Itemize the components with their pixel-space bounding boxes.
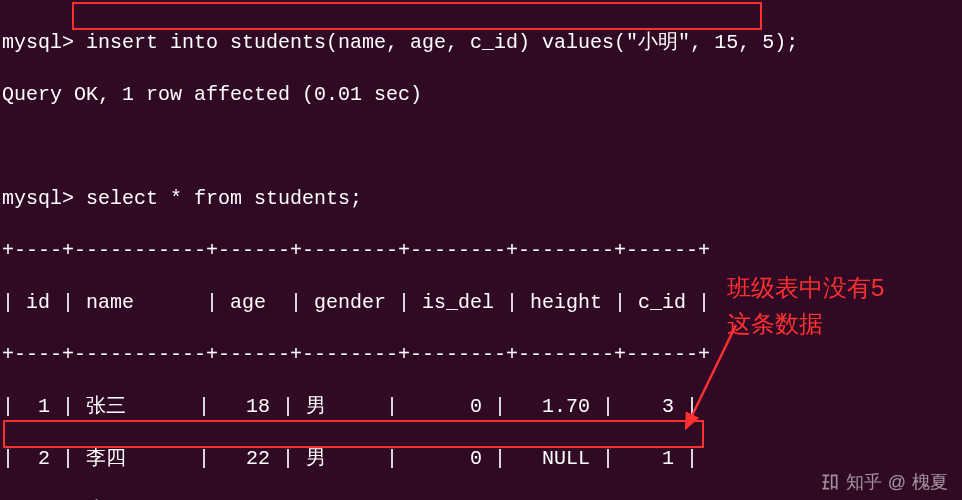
table-row: | 2 | 李四 | 22 | 男 | 0 | NULL | 1 | bbox=[2, 446, 960, 472]
mysql-prompt[interactable]: mysql> bbox=[2, 31, 74, 54]
insert-command: insert into students(name, age, c_id) va… bbox=[86, 31, 798, 54]
watermark-author: 槐夏 bbox=[912, 471, 948, 494]
table-border: +----+-----------+------+--------+------… bbox=[2, 238, 960, 264]
table-border: +----+-----------+------+--------+------… bbox=[2, 342, 960, 368]
annotation-line-2: 这条数据 bbox=[727, 306, 947, 342]
watermark-at: @ bbox=[888, 471, 906, 494]
table-row: | 1 | 张三 | 18 | 男 | 0 | 1.70 | 3 | bbox=[2, 394, 960, 420]
annotation-line-1: 班级表中没有5 bbox=[727, 270, 947, 306]
select-command: select * from students; bbox=[86, 187, 362, 210]
mysql-prompt[interactable]: mysql> bbox=[2, 187, 74, 210]
watermark-platform: 知乎 bbox=[846, 471, 882, 494]
terminal-output: mysql> insert into students(name, age, c… bbox=[2, 4, 960, 500]
zhihu-icon bbox=[820, 472, 840, 492]
query-ok-1: Query OK, 1 row affected (0.01 sec) bbox=[2, 82, 960, 108]
annotation-text: 班级表中没有5 这条数据 bbox=[727, 270, 947, 342]
zhihu-watermark: 知乎 @槐夏 bbox=[820, 471, 948, 494]
